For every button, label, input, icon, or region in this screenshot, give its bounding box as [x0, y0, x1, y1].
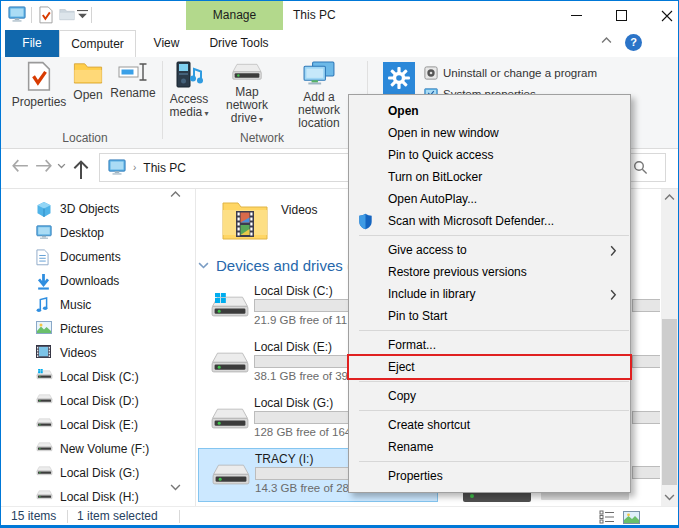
videos-folder-icon[interactable]: [221, 199, 269, 249]
menu-item-copy[interactable]: Copy: [349, 385, 630, 407]
menu-item-label: Pin to Start: [388, 309, 447, 323]
help-button[interactable]: ?: [625, 34, 642, 51]
rename-button-label: Rename: [110, 86, 155, 100]
back-button[interactable]: [11, 159, 29, 173]
menu-item-label: Open AutoPlay...: [388, 192, 477, 206]
add-network-location-button[interactable]: Add a network location: [283, 61, 355, 130]
details-view-button[interactable]: [597, 509, 617, 525]
menu-item-pin-to-start[interactable]: Pin to Start: [349, 305, 630, 327]
menu-item-scan-with-microsoft-defender[interactable]: Scan with Microsoft Defender...: [349, 210, 630, 232]
sidebar-item-local-disk-e[interactable]: Local Disk (E:): [3, 413, 163, 437]
sidebar-scroll-up-icon[interactable]: [170, 191, 181, 198]
menu-item-label: Give access to: [388, 243, 467, 257]
access-media-button[interactable]: Access media ▾: [167, 61, 211, 120]
defender-shield-icon: [358, 213, 373, 230]
menu-item-format[interactable]: Format...: [349, 334, 630, 356]
menu-item-open[interactable]: Open: [349, 100, 630, 122]
drive-name: Local Disk (E:): [254, 340, 332, 354]
menu-item-include-in-library[interactable]: Include in library: [349, 283, 630, 305]
sidebar-item-new-volume-f[interactable]: New Volume (F:): [3, 437, 163, 461]
menu-item-turn-on-bitlocker[interactable]: Turn on BitLocker: [349, 166, 630, 188]
folder-icon: [67, 61, 109, 85]
drive-icon: [210, 349, 250, 376]
close-icon: [661, 10, 673, 22]
sidebar-item-label: New Volume (F:): [60, 437, 149, 461]
menu-separator: [349, 327, 630, 334]
menu-item-open-autoplay[interactable]: Open AutoPlay...: [349, 188, 630, 210]
qat-separator: [91, 7, 92, 23]
sidebar-item-local-disk-d[interactable]: Local Disk (D:): [3, 389, 163, 413]
close-button[interactable]: [644, 1, 679, 30]
chevron-up-icon[interactable]: [601, 37, 612, 44]
rename-button[interactable]: Rename: [107, 61, 159, 100]
menu-item-pin-to-quick-access[interactable]: Pin to Quick access: [349, 144, 630, 166]
forward-button[interactable]: [35, 159, 53, 173]
sidebar-item-videos[interactable]: Videos: [3, 341, 163, 365]
scroll-down-icon[interactable]: [661, 489, 678, 506]
tab-file[interactable]: File: [5, 30, 59, 57]
sidebar-item-downloads[interactable]: Downloads: [3, 269, 163, 293]
new-folder-icon[interactable]: [59, 8, 75, 21]
devices-group-header[interactable]: Devices and drives (8): [198, 257, 365, 274]
properties-check-icon: [11, 61, 67, 92]
minimize-button[interactable]: [554, 1, 599, 30]
chevron-down-icon[interactable]: [198, 262, 209, 269]
partial-drive-capacity-bar: [632, 411, 660, 424]
sidebar-item-local-disk-g[interactable]: Local Disk (G:): [3, 461, 163, 485]
main-scrollbar[interactable]: [661, 189, 678, 506]
menu-item-rename[interactable]: Rename: [349, 436, 630, 458]
open-settings-button[interactable]: [383, 62, 415, 94]
menu-item-label: Rename: [388, 440, 433, 454]
location-group-label: Location: [11, 131, 159, 145]
tab-drive-tools[interactable]: Drive Tools: [195, 30, 283, 57]
status-divider: [67, 510, 68, 523]
thumbnail-view-icon: [623, 511, 640, 524]
sidebar-item-label: Local Disk (C:): [60, 365, 139, 389]
thumbnail-view-button[interactable]: [621, 509, 641, 525]
customize-qat-icon[interactable]: [77, 10, 88, 20]
sidebar-item-pictures[interactable]: Pictures: [3, 317, 163, 341]
scroll-up-icon[interactable]: [661, 189, 678, 206]
sidebar-item-desktop[interactable]: Desktop: [3, 221, 163, 245]
sidebar-item-label: Desktop: [60, 221, 104, 245]
map-network-drive-button[interactable]: Map network drive ▾: [213, 61, 281, 126]
tab-view[interactable]: View: [140, 30, 193, 57]
menu-item-eject[interactable]: Eject: [349, 356, 630, 378]
menu-item-properties[interactable]: Properties: [349, 465, 630, 487]
sidebar-item-label: Music: [60, 293, 91, 317]
open-button[interactable]: Open: [67, 61, 109, 102]
recent-locations-button[interactable]: [57, 163, 66, 169]
properties-check-icon[interactable]: [39, 6, 53, 24]
drive-icon: [36, 489, 53, 500]
ribbon-group-separator: [162, 61, 163, 139]
sidebar-item-documents[interactable]: Documents: [3, 245, 163, 269]
rename-icon: [107, 61, 159, 83]
submenu-arrow-icon: [610, 289, 617, 301]
uninstall-program-button[interactable]: Uninstall or change a program: [424, 66, 597, 80]
drive-context-menu: OpenOpen in new windowPin to Quick acces…: [348, 94, 631, 493]
submenu-arrow-icon: [610, 245, 617, 257]
sidebar-item-music[interactable]: Music: [3, 293, 163, 317]
sidebar-item-3d-objects[interactable]: 3D Objects: [3, 197, 163, 221]
drive-icon: [36, 393, 53, 404]
videos-folder-label[interactable]: Videos: [281, 203, 317, 217]
tab-computer[interactable]: Computer: [59, 30, 136, 57]
sidebar-item-local-disk-c[interactable]: Local Disk (C:): [3, 365, 163, 389]
drive-icon: [36, 441, 53, 452]
cube-icon: [36, 201, 52, 218]
properties-button[interactable]: Properties: [11, 61, 67, 109]
maximize-button[interactable]: [599, 1, 644, 30]
menu-item-label: Pin to Quick access: [388, 148, 493, 162]
breadcrumb-location[interactable]: This PC: [143, 161, 186, 175]
up-button[interactable]: [73, 159, 89, 180]
minimize-icon: [571, 10, 582, 21]
menu-item-give-access-to[interactable]: Give access to: [349, 239, 630, 261]
menu-item-open-in-new-window[interactable]: Open in new window: [349, 122, 630, 144]
filmstrip-icon: [36, 345, 51, 358]
sidebar-scroll-down-icon[interactable]: [170, 484, 181, 491]
menu-item-restore-previous-versions[interactable]: Restore previous versions: [349, 261, 630, 283]
menu-item-create-shortcut[interactable]: Create shortcut: [349, 414, 630, 436]
pane-divider[interactable]: [195, 189, 196, 506]
scrollbar-thumb[interactable]: [662, 319, 677, 485]
items-count: 15 items: [11, 507, 56, 526]
